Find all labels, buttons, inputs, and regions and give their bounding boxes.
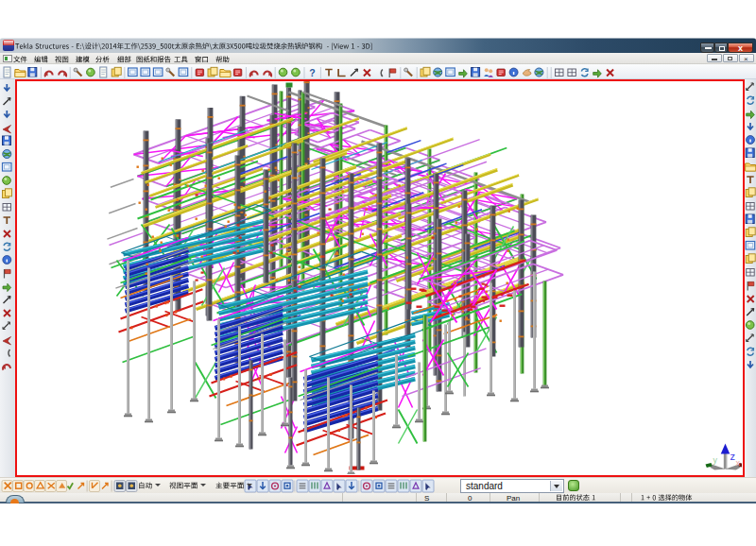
svg-text:x: x — [736, 458, 741, 468]
svg-text:?: ? — [309, 67, 315, 78]
svg-text:y: y — [713, 455, 718, 465]
svg-text:z: z — [730, 451, 736, 462]
